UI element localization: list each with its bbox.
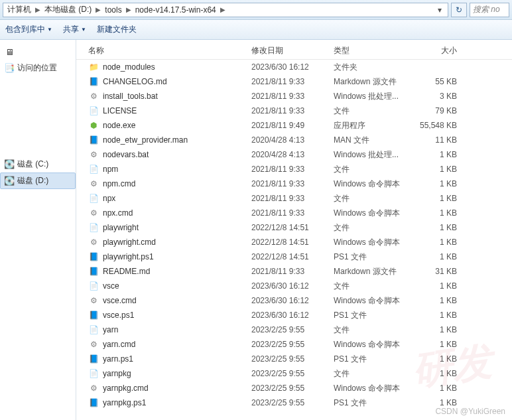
file-row[interactable]: ⚙playwright.cmd2022/12/8 14:51Windows 命令… [76, 235, 512, 249]
file-name: README.md [103, 267, 150, 276]
refresh-button[interactable]: ↻ [451, 3, 467, 17]
file-row[interactable]: 📁node_modules2023/6/30 16:12文件夹 [76, 60, 512, 74]
file-row[interactable]: ⬢node.exe2021/8/11 9:49应用程序55,548 KB [76, 118, 512, 133]
ps1-icon: 📘 [88, 310, 99, 320]
file-size: 1 KB [409, 325, 462, 334]
file-date: 2021/8/11 9:33 [251, 77, 334, 86]
file-date: 2021/8/11 9:33 [251, 194, 334, 203]
file-name: yarnpkg [103, 369, 131, 378]
file-name: vsce [103, 281, 119, 291]
breadcrumb-node[interactable]: node-v14.17.5-win-x64 [134, 5, 218, 15]
file-row[interactable]: ⚙vsce.cmd2023/6/30 16:12Windows 命令脚本1 KB [76, 293, 512, 308]
file-row[interactable]: 📘yarnpkg.ps12023/2/25 9:55PS1 文件1 KB [76, 395, 512, 410]
file-row[interactable]: ⚙yarnpkg.cmd2023/2/25 9:55Windows 命令脚本1 … [76, 381, 512, 395]
file-row[interactable]: 📘yarn.ps12023/2/25 9:55PS1 文件1 KB [76, 352, 512, 366]
breadcrumb-box[interactable]: 计算机 ▶ 本地磁盘 (D:) ▶ tools ▶ node-v14.17.5-… [3, 3, 448, 17]
file-name: yarnpkg.cmd [103, 384, 149, 393]
file-row[interactable]: 📄playwright2022/12/8 14:51文件1 KB [76, 220, 512, 235]
file-size: 1 KB [409, 179, 462, 188]
file-date: 2021/8/11 9:33 [251, 165, 334, 174]
file-name: node.exe [103, 121, 135, 130]
file-icon: 📄 [88, 368, 99, 379]
file-row[interactable]: 📘node_etw_provider.man2020/4/28 4:13MAN … [76, 133, 512, 147]
file-type: Windows 批处理... [334, 91, 409, 102]
file-date: 2021/8/11 9:33 [251, 208, 334, 218]
new-folder-button[interactable]: 新建文件夹 [97, 24, 137, 35]
file-date: 2021/8/11 9:33 [251, 106, 334, 115]
file-name: yarn [103, 325, 118, 334]
file-name: vsce.cmd [103, 296, 137, 305]
sidebar-item-drive-d[interactable]: 💽磁盘 (D:) [0, 173, 76, 189]
file-type: 文件夹 [334, 62, 409, 73]
file-size: 1 KB [409, 252, 462, 261]
file-type: 文件 [334, 193, 409, 204]
file-name: playwright.ps1 [103, 252, 154, 261]
file-type: 文件 [334, 324, 409, 336]
file-date: 2022/12/8 14:51 [251, 223, 334, 232]
man-icon: 📘 [88, 135, 99, 145]
column-header-type[interactable]: 类型 [334, 45, 409, 56]
file-row[interactable]: 📄LICENSE2021/8/11 9:33文件79 KB [76, 104, 512, 118]
ps1-icon: 📘 [88, 397, 99, 408]
file-date: 2020/4/28 4:13 [251, 150, 334, 159]
file-name: node_etw_provider.man [103, 135, 188, 145]
column-header-size[interactable]: 大小 [409, 45, 462, 56]
file-row[interactable]: 📘playwright.ps12022/12/8 14:51PS1 文件1 KB [76, 249, 512, 264]
file-size: 1 KB [409, 281, 462, 291]
file-row[interactable]: 📘README.md2021/8/11 9:33Markdown 源文件31 K… [76, 264, 512, 279]
file-type: 应用程序 [334, 120, 409, 131]
file-type: MAN 文件 [334, 135, 409, 146]
share-button[interactable]: 共享▼ [63, 24, 86, 35]
file-row[interactable]: 📄yarnpkg2023/2/25 9:55文件1 KB [76, 366, 512, 381]
file-name: npx.cmd [103, 208, 133, 218]
file-name: npm.cmd [103, 179, 135, 188]
address-bar: 计算机 ▶ 本地磁盘 (D:) ▶ tools ▶ node-v14.17.5-… [0, 0, 512, 20]
breadcrumb-tools[interactable]: tools [103, 5, 123, 15]
column-header-date[interactable]: 修改日期 [251, 45, 334, 56]
file-row[interactable]: 📘CHANGELOG.md2021/8/11 9:33Markdown 源文件5… [76, 74, 512, 89]
file-date: 2022/12/8 14:51 [251, 238, 334, 247]
file-row[interactable]: ⚙npx.cmd2021/8/11 9:33Windows 命令脚本1 KB [76, 206, 512, 220]
address-dropdown-icon[interactable]: ▾ [434, 5, 445, 15]
file-row[interactable]: ⚙yarn.cmd2023/2/25 9:55Windows 命令脚本1 KB [76, 337, 512, 352]
cmd-icon: ⚙ [88, 339, 99, 350]
file-size: 31 KB [409, 267, 462, 276]
file-name: vsce.ps1 [103, 311, 134, 320]
file-type: Windows 命令脚本 [334, 383, 409, 394]
file-date: 2023/2/25 9:55 [251, 369, 334, 378]
sidebar-item-recent[interactable]: 📑访问的位置 [0, 60, 76, 76]
search-input[interactable]: 搜索 no [470, 3, 509, 17]
file-date: 2023/6/30 16:12 [251, 311, 334, 320]
chevron-right-icon[interactable]: ▶ [32, 6, 43, 13]
file-row[interactable]: ⚙nodevars.bat2020/4/28 4:13Windows 批处理..… [76, 147, 512, 162]
file-row[interactable]: 📄npm2021/8/11 9:33文件1 KB [76, 162, 512, 176]
cmd-icon: ⚙ [88, 208, 99, 218]
include-in-library-button[interactable]: 包含到库中▼ [5, 24, 52, 35]
file-size: 1 KB [409, 296, 462, 305]
file-row[interactable]: 📘vsce.ps12023/6/30 16:12PS1 文件1 KB [76, 308, 512, 322]
breadcrumb-computer[interactable]: 计算机 [6, 4, 32, 15]
file-type: Windows 命令脚本 [334, 237, 409, 248]
sidebar-item-desktop[interactable]: 🖥 [0, 44, 76, 60]
cmd-icon: ⚙ [88, 295, 99, 306]
chevron-right-icon[interactable]: ▶ [123, 6, 134, 13]
file-size: 55 KB [409, 77, 462, 86]
file-icon: 📄 [88, 105, 99, 116]
chevron-right-icon[interactable]: ▶ [93, 6, 103, 13]
recent-icon: 📑 [4, 63, 15, 74]
file-date: 2023/6/30 16:12 [251, 281, 334, 291]
column-header-name[interactable]: 名称 [88, 45, 251, 56]
file-type: Markdown 源文件 [334, 266, 409, 277]
file-row[interactable]: 📄npx2021/8/11 9:33文件1 KB [76, 191, 512, 206]
file-size: 1 KB [409, 384, 462, 393]
breadcrumb-drive-d[interactable]: 本地磁盘 (D:) [43, 4, 93, 15]
file-row[interactable]: ⚙install_tools.bat2021/8/11 9:33Windows … [76, 89, 512, 104]
file-size: 1 KB [409, 223, 462, 232]
file-row[interactable]: 📄vsce2023/6/30 16:12文件1 KB [76, 279, 512, 293]
file-row[interactable]: 📄yarn2023/2/25 9:55文件1 KB [76, 322, 512, 337]
chevron-right-icon[interactable]: ▶ [218, 6, 228, 13]
file-type: Windows 命令脚本 [334, 339, 409, 350]
cmd-icon: ⚙ [88, 237, 99, 247]
sidebar-item-drive-c[interactable]: 💽磁盘 (C:) [0, 156, 76, 173]
file-row[interactable]: ⚙npm.cmd2021/8/11 9:33Windows 命令脚本1 KB [76, 176, 512, 191]
